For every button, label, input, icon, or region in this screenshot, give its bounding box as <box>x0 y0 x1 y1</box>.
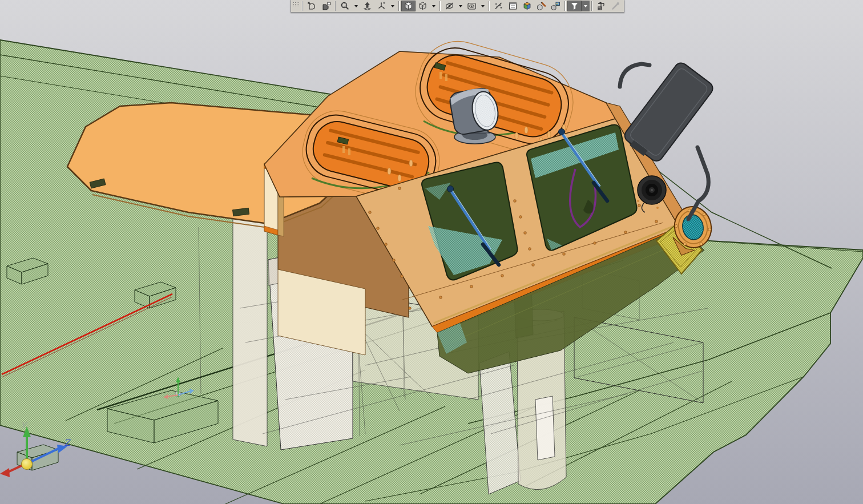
selection-filter-button[interactable] <box>567 1 582 11</box>
zoom-to-area-icon <box>340 1 350 11</box>
eye-slash-icon <box>445 1 454 11</box>
zoom-to-selection-icon <box>321 1 331 11</box>
appearance-brush-icon <box>537 1 546 11</box>
section-view-icon <box>494 1 503 11</box>
eye-box-icon <box>467 1 477 11</box>
drawing-view-button[interactable] <box>506 1 520 11</box>
view-settings-dropdown[interactable] <box>479 1 487 11</box>
cad-viewport[interactable]: Y Z <box>0 0 863 504</box>
chevron-down-icon <box>584 5 587 7</box>
eyedropper-icon <box>611 1 620 11</box>
view-toolbar <box>291 0 624 13</box>
shaded-display-button[interactable] <box>401 1 416 11</box>
chevron-down-icon <box>354 5 358 7</box>
crane-icon <box>596 1 606 11</box>
view-orientation-icon <box>377 1 386 11</box>
chevron-down-icon <box>481 5 485 7</box>
drawing-window-icon <box>508 1 518 11</box>
display-style-button[interactable] <box>416 1 430 11</box>
realview-graphics-button[interactable] <box>520 1 534 11</box>
color-picker-button[interactable] <box>608 1 623 11</box>
chevron-down-icon <box>432 5 435 7</box>
zoom-to-fit-icon <box>307 1 317 11</box>
previous-view-icon <box>362 1 372 11</box>
toolbar-separator <box>489 1 490 11</box>
zoom-to-area-dropdown[interactable] <box>352 1 360 11</box>
realview-cube-icon <box>522 1 532 11</box>
shaded-cube-icon <box>404 1 413 11</box>
model-scene[interactable]: Y Z <box>0 0 863 504</box>
wireframe-cube-icon <box>418 1 428 11</box>
view-settings-button[interactable] <box>465 1 479 11</box>
zoom-to-area-button[interactable] <box>338 1 352 11</box>
toolbar-separator <box>302 1 303 11</box>
display-style-dropdown[interactable] <box>430 1 438 11</box>
toolbar-separator <box>439 1 441 11</box>
apply-scene-button[interactable] <box>549 1 563 11</box>
section-view-button[interactable] <box>491 1 506 11</box>
zoom-to-selection-button[interactable] <box>319 1 333 11</box>
chevron-down-icon <box>391 5 394 7</box>
edit-appearance-button[interactable] <box>534 1 549 11</box>
toolbar-separator <box>591 1 592 11</box>
view-orientation-button[interactable] <box>374 1 389 11</box>
toolbar-separator <box>335 1 336 11</box>
hide-show-items-button[interactable] <box>442 1 457 11</box>
filter-funnel-icon <box>570 1 579 11</box>
view-orientation-dropdown[interactable] <box>389 1 397 11</box>
toolbar-separator <box>398 1 400 11</box>
toolbar-grip[interactable] <box>293 2 299 7</box>
selection-filter-dropdown[interactable] <box>582 1 590 11</box>
scene-icon <box>551 1 560 11</box>
chevron-down-icon <box>459 5 462 7</box>
zoom-to-fit-button[interactable] <box>305 1 319 11</box>
component-tools-button[interactable] <box>594 1 608 11</box>
toolbar-separator <box>564 1 566 11</box>
hide-show-items-dropdown[interactable] <box>457 1 465 11</box>
previous-view-button[interactable] <box>360 1 374 11</box>
